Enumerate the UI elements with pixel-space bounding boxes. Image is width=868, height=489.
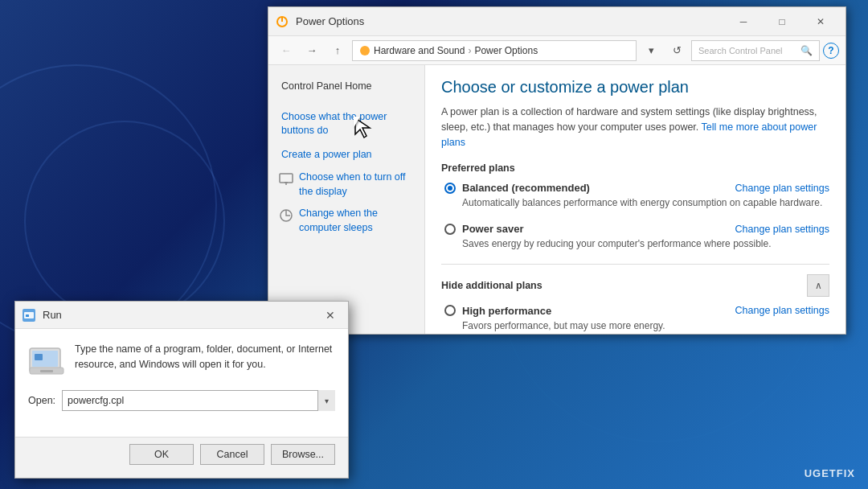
maximize-button[interactable]: □ bbox=[764, 10, 800, 34]
search-placeholder: Search Control Panel bbox=[698, 46, 783, 55]
page-title: Choose or customize a power plan bbox=[441, 78, 829, 97]
power-options-window: Power Options ─ □ ✕ ← → ↑ Hardware and S… bbox=[268, 6, 846, 335]
back-button[interactable]: ← bbox=[275, 40, 297, 61]
run-dialog-close-button[interactable]: ✕ bbox=[319, 305, 342, 326]
forward-button[interactable]: → bbox=[301, 40, 323, 61]
svg-rect-15 bbox=[40, 370, 53, 372]
run-dialog-description: Type the name of a program, folder, docu… bbox=[75, 342, 335, 379]
power-saver-plan-desc: Saves energy by reducing your computer's… bbox=[462, 237, 829, 251]
svg-point-2 bbox=[360, 46, 370, 55]
high-perf-plan-desc: Favors performance, but may use more ene… bbox=[462, 319, 829, 333]
balanced-change-link[interactable]: Change plan settings bbox=[735, 183, 829, 194]
run-dialog-body: Type the name of a program, folder, docu… bbox=[15, 329, 348, 437]
breadcrumb-power-options: Power Options bbox=[474, 45, 538, 56]
title-bar: Power Options ─ □ ✕ bbox=[268, 7, 845, 36]
run-title-bar: Run ✕ bbox=[15, 302, 348, 329]
run-program-icon bbox=[28, 342, 65, 379]
run-ok-button[interactable]: OK bbox=[129, 444, 194, 465]
sidebar: Control Panel Home Choose what the power… bbox=[268, 65, 425, 334]
balanced-plan: Balanced (recommended) Change plan setti… bbox=[441, 182, 829, 210]
minimize-button[interactable]: ─ bbox=[725, 10, 762, 34]
svg-rect-13 bbox=[35, 354, 43, 360]
run-dialog-header: Type the name of a program, folder, docu… bbox=[28, 342, 335, 379]
refresh-button[interactable]: ↺ bbox=[665, 40, 688, 61]
address-path[interactable]: Hardware and Sound › Power Options bbox=[352, 40, 637, 61]
high-perf-plan-label[interactable]: High performance bbox=[444, 305, 551, 317]
preferred-plans-label: Preferred plans bbox=[441, 162, 829, 174]
collapse-button[interactable]: ∧ bbox=[807, 274, 829, 297]
breadcrumb-hardware: Hardware and Sound bbox=[374, 45, 465, 56]
run-dialog-icon bbox=[22, 308, 36, 323]
balanced-plan-label[interactable]: Balanced (recommended) bbox=[444, 182, 590, 194]
run-browse-button[interactable]: Browse... bbox=[271, 444, 335, 465]
window-controls: ─ □ ✕ bbox=[725, 10, 839, 34]
hide-plans-label: Hide additional plans bbox=[441, 280, 542, 291]
page-description: A power plan is a collection of hardware… bbox=[441, 105, 827, 150]
up-button[interactable]: ↑ bbox=[326, 40, 349, 61]
hide-additional-plans-row: Hide additional plans ∧ bbox=[441, 274, 829, 297]
run-dialog: Run ✕ Type the name of a program, folder… bbox=[14, 301, 349, 479]
watermark: UGETFIX bbox=[805, 467, 855, 479]
svg-rect-3 bbox=[280, 174, 293, 183]
power-saver-plan-label[interactable]: Power saver bbox=[444, 223, 524, 235]
run-open-label: Open: bbox=[28, 395, 55, 406]
high-perf-change-link[interactable]: Change plan settings bbox=[735, 305, 829, 316]
help-button[interactable]: ? bbox=[823, 43, 839, 59]
sleep-icon bbox=[278, 208, 294, 224]
power-saver-change-link[interactable]: Change plan settings bbox=[735, 224, 829, 235]
high-perf-radio[interactable] bbox=[444, 305, 456, 316]
run-open-row: Open: ▾ bbox=[28, 390, 335, 411]
svg-rect-10 bbox=[26, 314, 29, 317]
run-input[interactable] bbox=[62, 390, 335, 411]
sidebar-item-display[interactable]: Choose when to turn off the display bbox=[268, 166, 424, 203]
search-icon: 🔍 bbox=[800, 45, 813, 56]
run-input-dropdown-arrow[interactable]: ▾ bbox=[317, 390, 335, 411]
run-input-wrapper: ▾ bbox=[62, 390, 335, 411]
sidebar-item-power-buttons[interactable]: Choose what the power buttons do bbox=[268, 105, 424, 143]
sidebar-item-create-plan[interactable]: Create a power plan bbox=[268, 143, 424, 167]
power-saver-radio[interactable] bbox=[444, 224, 456, 235]
window-title: Power Options bbox=[296, 15, 725, 27]
run-dialog-buttons: OK Cancel Browse... bbox=[15, 437, 348, 478]
run-cancel-button[interactable]: Cancel bbox=[200, 444, 264, 465]
display-icon bbox=[278, 171, 294, 187]
balanced-radio[interactable] bbox=[444, 183, 456, 194]
power-saver-plan: Power saver Change plan settings Saves e… bbox=[441, 223, 829, 251]
address-bar: ← → ↑ Hardware and Sound › Power Options… bbox=[268, 36, 845, 65]
high-performance-plan: High performance Change plan settings Fa… bbox=[441, 305, 829, 333]
close-button[interactable]: ✕ bbox=[802, 10, 839, 34]
search-box[interactable]: Search Control Panel 🔍 bbox=[691, 40, 820, 61]
address-dropdown-button[interactable]: ▾ bbox=[640, 40, 662, 61]
right-content-panel: Choose or customize a power plan A power… bbox=[425, 65, 845, 334]
power-options-window-icon bbox=[275, 14, 289, 29]
run-dialog-title: Run bbox=[43, 309, 319, 321]
control-panel-home-link[interactable]: Control Panel Home bbox=[268, 75, 424, 99]
sidebar-item-sleep[interactable]: Change when the computer sleeps bbox=[268, 203, 424, 239]
balanced-plan-desc: Automatically balances performance with … bbox=[462, 196, 829, 210]
main-content: Control Panel Home Choose what the power… bbox=[268, 65, 845, 334]
divider bbox=[441, 264, 829, 265]
